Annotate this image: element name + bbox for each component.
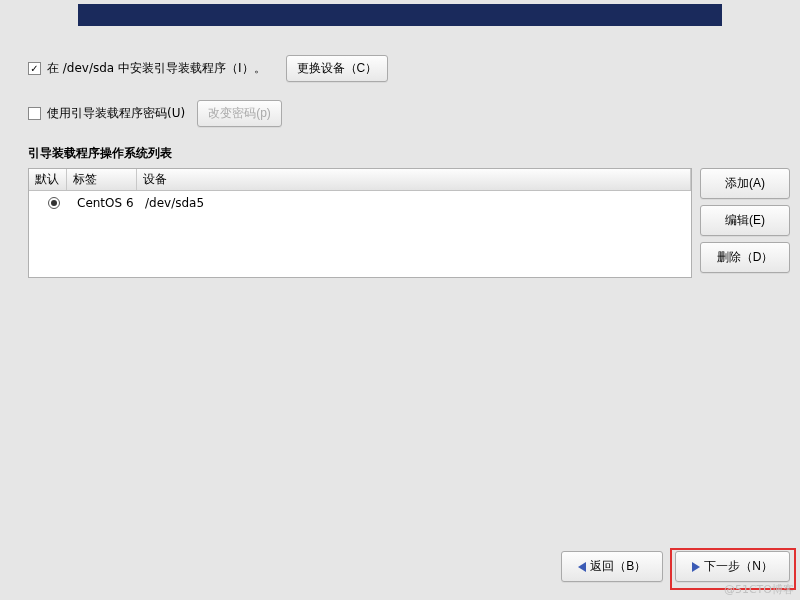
table-row[interactable]: CentOS 6 /dev/sda5 [29, 191, 691, 215]
side-buttons: 添加(A) 编辑(E) 删除（D） [700, 168, 790, 278]
os-table: 默认 标签 设备 CentOS 6 /dev/sda5 [28, 168, 692, 278]
bootloader-password-label: 使用引导装载程序密码(U) [47, 105, 185, 122]
os-list-title: 引导装载程序操作系统列表 [28, 145, 790, 162]
edit-button[interactable]: 编辑(E) [700, 205, 790, 236]
add-button[interactable]: 添加(A) [700, 168, 790, 199]
td-default[interactable] [35, 197, 73, 209]
change-password-button: 改变密码(p) [197, 100, 282, 127]
default-radio[interactable] [48, 197, 60, 209]
footer-buttons: 返回（B） 下一步（N） [561, 551, 790, 582]
td-device: /dev/sda5 [143, 196, 685, 210]
install-bootloader-checkbox[interactable] [28, 62, 41, 75]
watermark: @51CTO博客 [724, 582, 794, 597]
td-label: CentOS 6 [73, 196, 143, 210]
th-default[interactable]: 默认 [29, 169, 67, 190]
change-device-button[interactable]: 更换设备（C） [286, 55, 389, 82]
table-header: 默认 标签 设备 [29, 169, 691, 191]
th-device[interactable]: 设备 [137, 169, 691, 190]
delete-button[interactable]: 删除（D） [700, 242, 790, 273]
th-label[interactable]: 标签 [67, 169, 137, 190]
arrow-right-icon [692, 562, 700, 572]
next-button-label: 下一步（N） [704, 558, 773, 575]
bootloader-password-checkbox[interactable] [28, 107, 41, 120]
table-area: 默认 标签 设备 CentOS 6 /dev/sda5 添加(A) 编辑(E) … [28, 168, 790, 278]
install-bootloader-row: 在 /dev/sda 中安装引导装载程序（I）。 更换设备（C） [28, 55, 790, 82]
back-button[interactable]: 返回（B） [561, 551, 663, 582]
back-button-label: 返回（B） [590, 558, 646, 575]
arrow-left-icon [578, 562, 586, 572]
bootloader-password-row: 使用引导装载程序密码(U) 改变密码(p) [28, 100, 790, 127]
header-bar [78, 4, 722, 26]
next-button[interactable]: 下一步（N） [675, 551, 790, 582]
content-area: 在 /dev/sda 中安装引导装载程序（I）。 更换设备（C） 使用引导装载程… [28, 55, 790, 278]
install-bootloader-label: 在 /dev/sda 中安装引导装载程序（I）。 [47, 60, 266, 77]
